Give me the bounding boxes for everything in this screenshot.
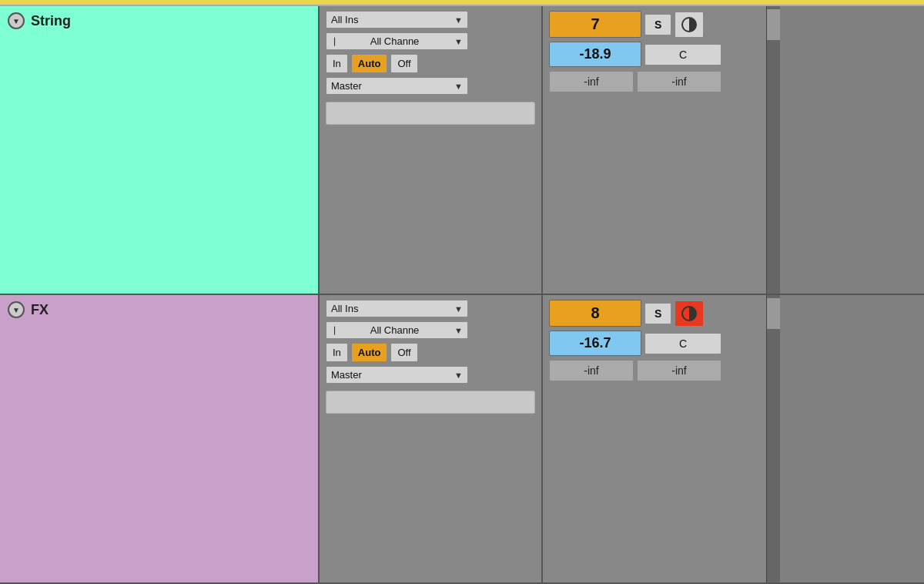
btn-in-fx[interactable]: In — [326, 343, 348, 362]
btn-c-string[interactable]: C — [644, 44, 721, 65]
meter-top-row-fx: 8S — [549, 300, 760, 327]
master-dropdown-fx[interactable]: Master▼ — [326, 366, 468, 384]
track-header-fx: ▼FX — [8, 301, 310, 318]
btn-in-string[interactable]: In — [326, 54, 348, 73]
monitor-row-fx: InAutoOff — [326, 343, 535, 362]
btn-off-fx[interactable]: Off — [390, 343, 417, 362]
empty-bar-fx — [326, 391, 535, 414]
all-ins-dropdown-fx[interactable]: All Ins▼ — [326, 300, 468, 317]
all-channels-dropdown-string[interactable]: ❘All Channe▼ — [326, 32, 468, 50]
all-ins-row-string: All Ins▼ — [326, 11, 535, 29]
btn-solo-string[interactable]: S — [644, 14, 671, 35]
track-row-fx: ▼FXAll Ins▼❘All Channe▼InAutoOffMaster▼8… — [0, 295, 924, 584]
track-header-string: ▼String — [8, 12, 310, 29]
inf1-display-string: -inf — [549, 71, 634, 92]
track-controls-fx: All Ins▼❘All Channe▼InAutoOffMaster▼ — [320, 295, 543, 582]
inf2-display-string: -inf — [637, 71, 721, 92]
scrollbar-thumb-fx — [767, 298, 780, 329]
meter-pitch-row-fx: -16.7C — [549, 331, 760, 356]
scrollbar-string[interactable] — [766, 6, 780, 294]
scrollbar-fx[interactable] — [766, 295, 780, 582]
empty-bar-string — [326, 102, 535, 125]
all-channels-dropdown-fx[interactable]: ❘All Channe▼ — [326, 321, 468, 339]
btn-c-fx[interactable]: C — [644, 333, 721, 354]
btn-solo-fx[interactable]: S — [644, 303, 671, 324]
track-number-string[interactable]: 7 — [549, 11, 641, 38]
monitor-row-string: InAutoOff — [326, 54, 535, 73]
meter-top-row-string: 7S — [549, 11, 760, 38]
track-row-string: ▼StringAll Ins▼❘All Channe▼InAutoOffMast… — [0, 6, 924, 295]
inf1-display-fx: -inf — [549, 360, 634, 381]
track-name-string: String — [31, 13, 71, 29]
btn-off-string[interactable]: Off — [390, 54, 417, 73]
btn-monitor-icon-string[interactable] — [675, 12, 704, 38]
track-name-fx: FX — [31, 302, 49, 318]
pitch-display-fx[interactable]: -16.7 — [549, 331, 641, 356]
inf2-display-fx: -inf — [637, 360, 721, 381]
master-dropdown-string[interactable]: Master▼ — [326, 77, 468, 95]
btn-monitor-icon-fx[interactable] — [675, 300, 704, 327]
scrollbar-thumb-string — [767, 9, 780, 40]
track-meter-fx: 8S-16.7C-inf-inf — [543, 295, 766, 582]
all-channels-row-fx: ❘All Channe▼ — [326, 321, 535, 339]
meter-pitch-row-string: -18.9C — [549, 42, 760, 67]
btn-auto-string[interactable]: Auto — [351, 54, 388, 73]
track-label-string: ▼String — [0, 6, 320, 294]
meter-inf-row-fx: -inf-inf — [549, 360, 760, 381]
pitch-display-string[interactable]: -18.9 — [549, 42, 641, 67]
collapse-btn-fx[interactable]: ▼ — [8, 301, 25, 318]
btn-auto-fx[interactable]: Auto — [351, 343, 388, 362]
track-number-fx[interactable]: 8 — [549, 300, 641, 327]
all-ins-row-fx: All Ins▼ — [326, 300, 535, 317]
collapse-btn-string[interactable]: ▼ — [8, 12, 25, 29]
tracks-container: ▼StringAll Ins▼❘All Channe▼InAutoOffMast… — [0, 6, 924, 584]
track-meter-string: 7S-18.9C-inf-inf — [543, 6, 766, 294]
all-channels-row-string: ❘All Channe▼ — [326, 32, 535, 50]
master-row-fx: Master▼ — [326, 366, 535, 384]
meter-inf-row-string: -inf-inf — [549, 71, 760, 92]
track-label-fx: ▼FX — [0, 295, 320, 582]
track-controls-string: All Ins▼❘All Channe▼InAutoOffMaster▼ — [320, 6, 543, 294]
all-ins-dropdown-string[interactable]: All Ins▼ — [326, 11, 468, 29]
master-row-string: Master▼ — [326, 77, 535, 95]
top-bar — [0, 0, 924, 6]
